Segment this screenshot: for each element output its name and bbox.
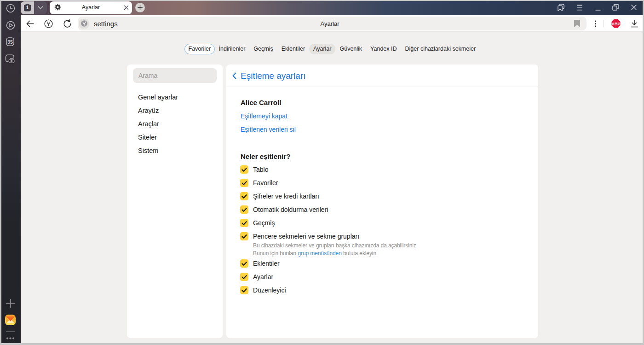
svg-text:1: 1 [26,5,29,10]
svg-text:ABP: ABP [611,22,620,26]
svg-text:35: 35 [7,39,13,45]
